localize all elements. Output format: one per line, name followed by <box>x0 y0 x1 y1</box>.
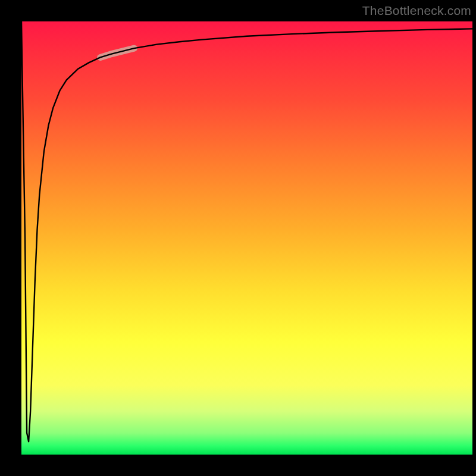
curve-main-line <box>21 21 472 441</box>
chart-wrapper: TheBottleneck.com <box>0 0 476 476</box>
watermark-text: TheBottleneck.com <box>362 4 471 18</box>
chart-curve-layer <box>21 21 472 455</box>
